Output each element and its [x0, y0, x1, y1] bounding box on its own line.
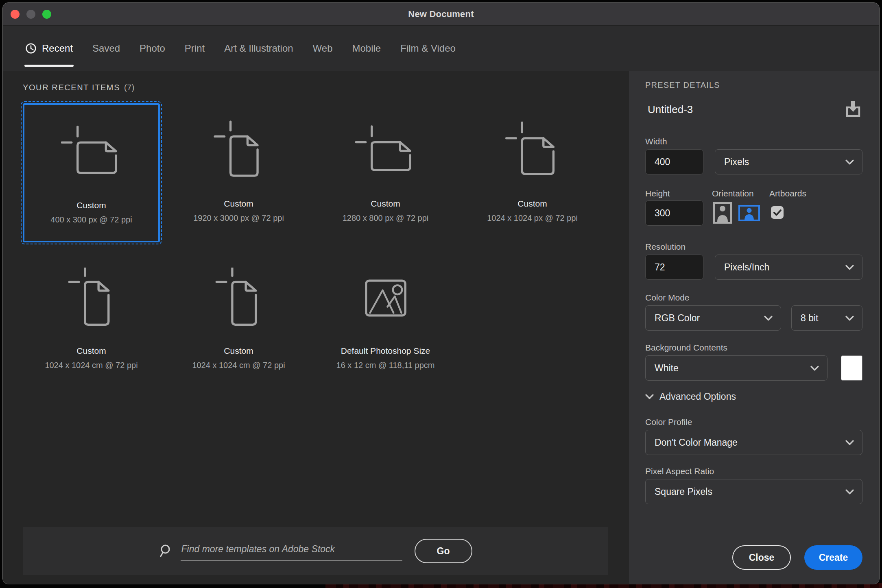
tab-web[interactable]: Web: [313, 26, 333, 71]
preset-card-custom-1920x3000[interactable]: Custom 1920 x 3000 px @ 72 ppi: [170, 103, 307, 242]
card-name: Custom: [224, 346, 253, 356]
card-spec: 1024 x 1024 cm @ 72 ppi: [45, 361, 138, 370]
card-name: Custom: [371, 199, 400, 209]
resolution-unit-select[interactable]: Pixels/Inch: [715, 255, 862, 280]
tab-label: Web: [313, 43, 333, 54]
preset-details-heading: PRESET DETAILS: [645, 81, 862, 90]
search-input[interactable]: [181, 541, 402, 561]
document-name-input[interactable]: [645, 103, 824, 116]
advanced-options-toggle[interactable]: Advanced Options: [645, 391, 862, 402]
card-spec: 1920 x 3000 px @ 72 ppi: [193, 213, 284, 223]
recent-items-count: (7): [124, 83, 135, 92]
card-name: Custom: [224, 199, 253, 209]
background-color-swatch[interactable]: [841, 355, 862, 381]
preset-card-custom-1024x1024cm-1[interactable]: Custom 1024 x 1024 cm @ 72 ppi: [23, 250, 160, 390]
chevron-down-icon: [764, 316, 773, 321]
tab-recent[interactable]: Recent: [25, 26, 73, 71]
new-document-dialog: New Document Recent Saved Photo Print Ar…: [2, 2, 880, 584]
resolution-input[interactable]: [645, 255, 703, 280]
width-input[interactable]: [645, 149, 703, 174]
document-landscape-icon: [24, 105, 158, 200]
clock-icon: [25, 43, 37, 54]
tab-art-illustration[interactable]: Art & Illustration: [224, 26, 293, 71]
preset-card-custom-1280x800[interactable]: Custom 1280 x 800 px @ 72 ppi: [317, 103, 454, 242]
orientation-landscape-button[interactable]: [738, 205, 760, 221]
pixel-aspect-ratio-select[interactable]: Square Pixels: [645, 479, 862, 504]
close-button[interactable]: Close: [732, 545, 791, 570]
orientation-label: Orientation: [712, 189, 769, 198]
image-photo-icon: [317, 250, 454, 345]
color-mode-label: Color Mode: [645, 293, 862, 303]
preset-details-panel: PRESET DETAILS Width Pixels Height Orien…: [629, 71, 879, 584]
chevron-down-icon: [845, 265, 854, 270]
save-preset-icon[interactable]: [844, 100, 862, 119]
document-square-icon: [464, 103, 601, 198]
traffic-light-zoom[interactable]: [42, 10, 51, 19]
document-tall-icon: [23, 250, 160, 345]
document-portrait-icon: [170, 103, 307, 198]
card-spec: 1280 x 800 px @ 72 ppi: [343, 213, 429, 223]
width-label: Width: [645, 137, 862, 146]
chevron-down-icon: [810, 366, 819, 371]
resolution-label: Resolution: [645, 242, 862, 252]
height-input[interactable]: [645, 200, 703, 226]
color-mode-select[interactable]: RGB Color: [645, 305, 781, 331]
tab-label: Film & Video: [400, 43, 456, 54]
orientation-portrait-button[interactable]: [713, 202, 732, 224]
card-spec: 1024 x 1024 cm @ 72 ppi: [192, 361, 285, 370]
tab-label: Saved: [92, 43, 120, 54]
title-bar: New Document: [3, 3, 879, 26]
background-contents-select[interactable]: White: [645, 355, 827, 381]
traffic-light-minimize[interactable]: [26, 10, 35, 19]
document-tall-icon: [170, 250, 307, 345]
tab-label: Print: [185, 43, 205, 54]
adobe-stock-search-panel: Go: [23, 527, 608, 575]
color-profile-label: Color Profile: [645, 417, 862, 427]
chevron-down-icon: [845, 316, 854, 321]
preset-card-custom-400x300[interactable]: Custom 400 x 300 px @ 72 ppi: [23, 103, 160, 242]
card-name: Default Photoshop Size: [341, 346, 430, 356]
width-unit-select[interactable]: Pixels: [715, 149, 862, 174]
recent-items-heading: YOUR RECENT ITEMS(7): [23, 83, 135, 92]
card-name: Custom: [76, 200, 106, 210]
traffic-light-close[interactable]: [11, 10, 20, 19]
preset-card-default-photoshop-size[interactable]: Default Photoshop Size 16 x 12 cm @ 118,…: [317, 250, 454, 390]
recent-items-area: YOUR RECENT ITEMS(7) Custom 400 x 300 px…: [3, 71, 629, 584]
card-spec: 16 x 12 cm @ 118,11 ppcm: [336, 361, 435, 370]
preset-card-custom-1024x1024cm-2[interactable]: Custom 1024 x 1024 cm @ 72 ppi: [170, 250, 307, 390]
tab-film-video[interactable]: Film & Video: [400, 26, 456, 71]
document-landscape-icon: [317, 103, 454, 198]
card-spec: 400 x 300 px @ 72 ppi: [50, 215, 132, 224]
tab-label: Photo: [140, 43, 165, 54]
go-button[interactable]: Go: [415, 539, 472, 563]
tab-label: Art & Illustration: [224, 43, 293, 54]
window-title: New Document: [408, 9, 474, 20]
pixel-aspect-ratio-label: Pixel Aspect Ratio: [645, 466, 862, 476]
preset-card-custom-1024x1024px[interactable]: Custom 1024 x 1024 px @ 72 ppi: [464, 103, 601, 242]
chevron-down-icon: [845, 489, 854, 494]
card-name: Custom: [517, 199, 547, 209]
bit-depth-select[interactable]: 8 bit: [791, 305, 862, 331]
tab-saved[interactable]: Saved: [92, 26, 120, 71]
background-contents-label: Background Contents: [645, 343, 862, 353]
tab-label: Recent: [42, 43, 73, 54]
card-spec: 1024 x 1024 px @ 72 ppi: [487, 213, 578, 223]
checkmark-icon: [773, 209, 782, 216]
create-button[interactable]: Create: [804, 545, 862, 570]
card-name: Custom: [76, 346, 106, 356]
artboards-label: Artboards: [769, 189, 818, 198]
tab-mobile[interactable]: Mobile: [352, 26, 381, 71]
artboards-checkbox[interactable]: [771, 206, 784, 219]
tab-label: Mobile: [352, 43, 381, 54]
color-profile-select[interactable]: Don't Color Manage: [645, 430, 862, 455]
category-tabbar: Recent Saved Photo Print Art & Illustrat…: [3, 26, 879, 71]
chevron-down-icon: [645, 394, 654, 399]
tab-photo[interactable]: Photo: [140, 26, 165, 71]
chevron-down-icon: [845, 159, 854, 165]
tab-print[interactable]: Print: [185, 26, 205, 71]
search-icon: [159, 544, 172, 558]
chevron-down-icon: [845, 440, 854, 445]
